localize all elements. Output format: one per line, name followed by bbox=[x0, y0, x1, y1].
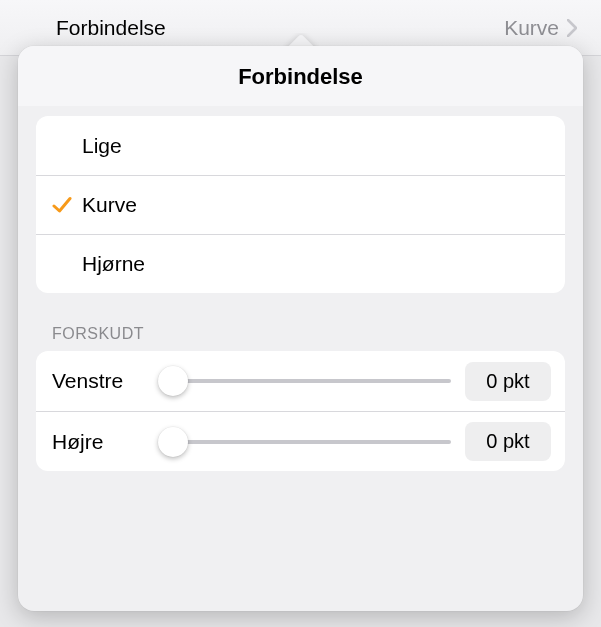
slider-thumb[interactable] bbox=[158, 427, 188, 457]
slider-track bbox=[158, 379, 451, 383]
connection-option-list: Lige Kurve Hjørne bbox=[36, 116, 565, 293]
offset-label-left: Venstre bbox=[52, 369, 144, 393]
popover: Forbindelse Lige Kurve Hjør bbox=[18, 46, 583, 611]
slider-track bbox=[158, 440, 451, 444]
header-label: Forbindelse bbox=[56, 16, 166, 40]
slider-thumb[interactable] bbox=[158, 366, 188, 396]
checkmark-icon bbox=[52, 195, 72, 215]
popover-content: Lige Kurve Hjørne FORSKUDT bbox=[18, 106, 583, 611]
offset-value-left[interactable]: 0 pkt bbox=[465, 362, 551, 401]
option-lige[interactable]: Lige bbox=[36, 116, 565, 175]
option-hjorne[interactable]: Hjørne bbox=[36, 234, 565, 293]
check-slot bbox=[52, 195, 82, 215]
offset-label-right: Højre bbox=[52, 430, 144, 454]
offset-slider-left[interactable] bbox=[158, 366, 451, 396]
header-value-wrap: Kurve bbox=[504, 16, 577, 40]
header-value: Kurve bbox=[504, 16, 559, 40]
popover-title: Forbindelse bbox=[18, 46, 583, 106]
offset-section-header: FORSKUDT bbox=[36, 293, 565, 351]
offset-slider-right[interactable] bbox=[158, 427, 451, 457]
option-label: Kurve bbox=[82, 193, 547, 217]
chevron-right-icon bbox=[567, 19, 577, 37]
popover-container: Forbindelse Lige Kurve Hjør bbox=[18, 46, 583, 611]
option-label: Lige bbox=[82, 134, 547, 158]
option-kurve[interactable]: Kurve bbox=[36, 175, 565, 234]
offset-row-right: Højre 0 pkt bbox=[36, 411, 565, 471]
offset-slider-list: Venstre 0 pkt Højre 0 pkt bbox=[36, 351, 565, 471]
offset-row-left: Venstre 0 pkt bbox=[36, 351, 565, 411]
offset-value-right[interactable]: 0 pkt bbox=[465, 422, 551, 461]
option-label: Hjørne bbox=[82, 252, 547, 276]
